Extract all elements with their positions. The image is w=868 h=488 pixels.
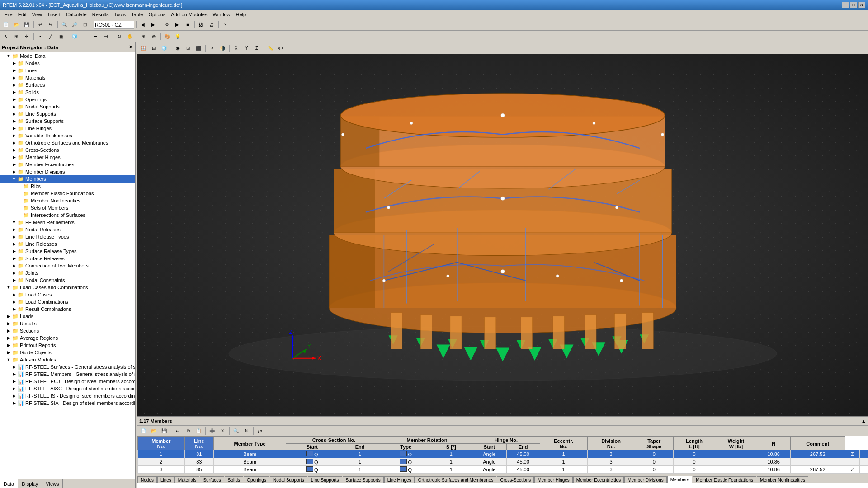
tree-item[interactable]: ▶📁Surface Release Types	[0, 248, 135, 255]
tree-item[interactable]: ▶📁Surface Supports	[0, 117, 135, 125]
table-cell[interactable]: 2	[138, 458, 185, 466]
tree-item[interactable]: ▶📁Line Release Types	[0, 233, 135, 240]
tree-item[interactable]: 📁Ribs	[0, 183, 135, 190]
annotation-btn[interactable]: 🏷	[276, 43, 286, 53]
z-axis-btn[interactable]: Z	[252, 43, 262, 53]
bottom-tab-cross-sections[interactable]: Cross-Sections	[497, 476, 534, 483]
table-cell[interactable]: Angle	[472, 458, 506, 466]
tree-toggle-icon[interactable]: ▶	[11, 241, 17, 247]
table-cell[interactable]: 45.00	[506, 458, 540, 466]
node-btn[interactable]: •	[35, 32, 45, 42]
table-cell[interactable]: 267.52	[790, 450, 845, 458]
tree-toggle-icon[interactable]: ▶	[11, 270, 17, 276]
tree-item[interactable]: ▶📁Nodes	[0, 60, 135, 67]
tree-toggle-icon[interactable]: ▼	[5, 53, 12, 59]
tree-toggle-icon[interactable]: ▶	[11, 226, 17, 233]
tree-item[interactable]: ▶📁Joints	[0, 269, 135, 277]
tree-toggle-icon[interactable]: ▶	[11, 140, 17, 146]
tree-toggle-icon[interactable]: ▶	[5, 320, 12, 327]
bottom-tab-surfaces[interactable]: Surfaces	[200, 476, 224, 483]
tree-item[interactable]: ▶📁Guide Objects	[0, 349, 135, 356]
tree-item[interactable]: ▶📁Nodal Constraints	[0, 277, 135, 284]
menu-item-edit[interactable]: Edit	[15, 11, 29, 18]
stop-btn[interactable]: ■	[183, 20, 193, 30]
tree-toggle-icon[interactable]: ▶	[11, 306, 17, 312]
table-cell[interactable]	[859, 466, 868, 474]
tree-toggle-icon[interactable]: ▶	[11, 393, 17, 399]
tree-toggle-icon[interactable]	[16, 197, 23, 204]
tree-item[interactable]: ▶📁Sections	[0, 327, 135, 334]
tree-toggle-icon[interactable]: ▶	[11, 263, 17, 269]
rc-input[interactable]: RC501 · GZT	[94, 21, 134, 29]
tree-item[interactable]: ▶📁Line Hinges	[0, 125, 135, 132]
move-btn[interactable]: ✛	[22, 32, 32, 42]
bottom-tab-members[interactable]: Members	[667, 476, 693, 483]
menu-item-table[interactable]: Table	[128, 11, 146, 18]
close-button[interactable]: ✕	[858, 2, 865, 8]
table-cell[interactable]: 1	[138, 450, 185, 458]
help-btn[interactable]: ?	[220, 20, 230, 30]
shadow-btn[interactable]: 🌗	[217, 43, 227, 53]
nav-close-icon[interactable]: ✕	[129, 44, 133, 50]
select-btn[interactable]: ⊞	[11, 32, 21, 42]
bottom-tab-line-supports[interactable]: Line Supports	[308, 476, 342, 483]
table-cell[interactable]	[790, 458, 845, 466]
side-view-btn[interactable]: ⊣	[101, 32, 111, 42]
tree-toggle-icon[interactable]	[16, 212, 23, 218]
tree-toggle-icon[interactable]: ▶	[11, 400, 17, 406]
table-cell[interactable]: 0	[673, 458, 715, 466]
table-cell[interactable]: 1	[430, 450, 472, 458]
minimize-button[interactable]: ─	[842, 2, 849, 8]
table-cell[interactable]: 3	[587, 458, 635, 466]
tree-item[interactable]: ▶📁Average Regions	[0, 334, 135, 342]
tree-item[interactable]: ▶📁Line Supports	[0, 110, 135, 117]
bottom-tab-nodal-supports[interactable]: Nodal Supports	[270, 476, 307, 483]
table-row[interactable]: 283BeamQ1Q1Angle45.00130010.86	[138, 458, 868, 466]
tree-item[interactable]: ▶📁Surface Releases	[0, 255, 135, 262]
tree-toggle-icon[interactable]: ▶	[11, 364, 17, 370]
table-cell[interactable]: Q	[382, 466, 430, 474]
tree-toggle-icon[interactable]: ▶	[11, 169, 17, 175]
bottom-tab-member-divisions[interactable]: Member Divisions	[624, 476, 666, 483]
tree-item[interactable]: ▼📁Add-on Modules	[0, 356, 135, 363]
menu-item-calculate[interactable]: Calculate	[63, 11, 90, 18]
tree-item[interactable]: ▶📁Nodal Supports	[0, 103, 135, 110]
table-cell[interactable]: 0	[635, 466, 673, 474]
data-filter-btn[interactable]: 🔍	[231, 426, 241, 436]
tree-item[interactable]: 📁Member Nonlinearities	[0, 197, 135, 204]
tree-toggle-icon[interactable]: ▶	[11, 118, 17, 124]
view-new-btn[interactable]: 🪟	[138, 43, 148, 53]
tree-item[interactable]: ▶📁Solids	[0, 89, 135, 96]
tree-toggle-icon[interactable]: ▶	[11, 103, 17, 110]
display-all-btn[interactable]: ◉	[173, 43, 183, 53]
tree-toggle-icon[interactable]: ▶	[11, 154, 17, 160]
tree-toggle-icon[interactable]: ▶	[5, 313, 12, 319]
tree-item[interactable]: 📁Member Elastic Foundations	[0, 190, 135, 197]
tree-toggle-icon[interactable]: ▼	[5, 357, 12, 363]
tree-toggle-icon[interactable]: ▶	[11, 96, 17, 103]
front-view-btn[interactable]: ⊢	[90, 32, 100, 42]
tree-item[interactable]: ▶📁Loads	[0, 313, 135, 320]
tree-toggle-icon[interactable]	[16, 190, 23, 197]
tree-toggle-icon[interactable]: ▶	[5, 349, 12, 356]
table-cell[interactable]: 45.00	[506, 450, 540, 458]
tree-item[interactable]: ▶📁Result Combinations	[0, 305, 135, 313]
tree-toggle-icon[interactable]: ▶	[5, 335, 12, 341]
menu-item-help[interactable]: Help	[233, 11, 249, 18]
3d-canvas[interactable]: X Y Z	[137, 54, 868, 416]
bottom-tab-line-hinges[interactable]: Line Hinges	[384, 476, 415, 483]
display-wire-btn[interactable]: ⊡	[183, 43, 193, 53]
tree-item[interactable]: ▶📁Line Releases	[0, 240, 135, 248]
tree-item[interactable]: ▶📁Variable Thicknesses	[0, 132, 135, 139]
table-row[interactable]: 181BeamQ1Q1Angle45.00130010.86267.52Z	[138, 450, 868, 458]
data-paste-btn[interactable]: 📋	[193, 426, 203, 436]
data-undo-btn[interactable]: ↩	[173, 426, 183, 436]
tree-toggle-icon[interactable]: ▶	[11, 82, 17, 88]
table-cell[interactable]: 85	[184, 466, 213, 474]
3d-viewport[interactable]: 🪟 ⊟ 🧊 ◉ ⊡ ⬛ ☀ 🌗 X Y Z 📏 🏷	[137, 42, 868, 416]
data-del-btn[interactable]: ✕	[217, 426, 227, 436]
rotate-btn[interactable]: ↻	[114, 32, 124, 42]
nav-tab-views[interactable]: Views	[42, 479, 63, 488]
render-btn[interactable]: 🖼	[196, 20, 206, 30]
tree-toggle-icon[interactable]: ▶	[11, 132, 17, 139]
